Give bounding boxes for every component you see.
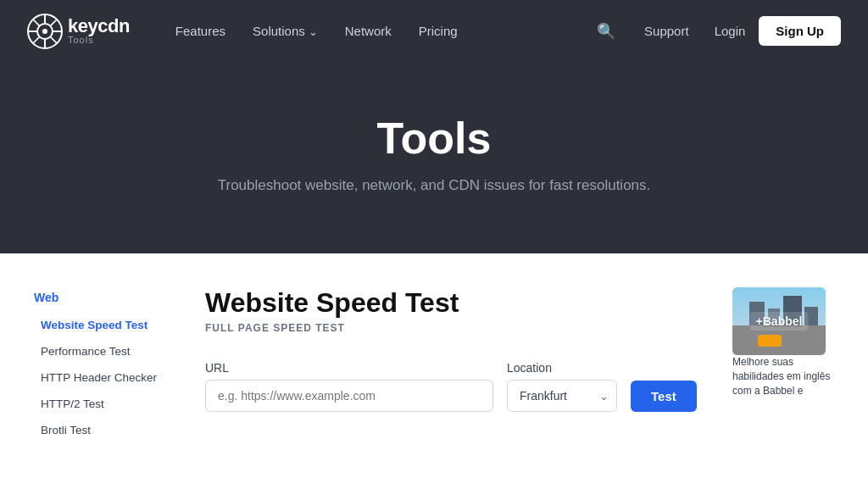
hero-section: Tools Troubleshoot website, network, and… [0, 62, 868, 253]
search-icon[interactable]: 🔍 [593, 19, 619, 44]
nav-pricing[interactable]: Pricing [407, 17, 470, 45]
ad-taxi [758, 335, 782, 347]
sidebar-item-website-speed-test[interactable]: Website Speed Test [34, 314, 178, 337]
ad-text: Melhore suas habilidades em inglês com a… [732, 355, 834, 397]
sidebar-section-label: Web [34, 291, 178, 304]
nav-solutions[interactable]: Solutions [241, 17, 330, 45]
logo-icon [27, 14, 63, 49]
tool-content: Website Speed Test FULL PAGE SPEED TEST … [178, 287, 732, 445]
sidebar-item-http2-test[interactable]: HTTP/2 Test [34, 393, 178, 416]
content-title: Website Speed Test [205, 287, 705, 319]
navbar: keycdn Tools Features Solutions Network … [0, 0, 868, 62]
logo-sub: Tools [68, 36, 130, 45]
svg-line-9 [50, 19, 57, 26]
svg-line-7 [33, 19, 40, 26]
hero-subtitle: Troubleshoot website, network, and CDN i… [17, 177, 851, 194]
sidebar-item-brotli-test[interactable]: Brotli Test [34, 420, 178, 442]
location-label: Location [507, 361, 617, 375]
ad-panel: +Babbel Melhore suas habilidades em ingl… [732, 287, 834, 445]
location-group: Location Frankfurt New York London Singa… [507, 361, 617, 412]
test-button[interactable]: Test [631, 381, 697, 412]
ad-label: +Babbel [750, 312, 809, 331]
nav-support[interactable]: Support [632, 17, 701, 45]
ad-image: +Babbel [732, 287, 826, 355]
sidebar-item-http-header-checker[interactable]: HTTP Header Checker [34, 367, 178, 390]
nav-network[interactable]: Network [333, 17, 403, 45]
nav-login-link[interactable]: Login [715, 24, 746, 38]
nav-right: 🔍 Support Login Sign Up [593, 16, 841, 46]
location-select-wrap: Frankfurt New York London Singapore Toky… [507, 380, 617, 412]
svg-line-10 [33, 36, 40, 43]
content-subtitle: FULL PAGE SPEED TEST [205, 322, 705, 334]
nav-features[interactable]: Features [164, 17, 237, 45]
test-form: URL Location Frankfurt New York London S… [205, 361, 705, 412]
location-select[interactable]: Frankfurt New York London Singapore Toky… [507, 380, 617, 412]
solutions-chevron-icon [309, 24, 318, 38]
sidebar-item-performance-test[interactable]: Performance Test [34, 341, 178, 364]
svg-point-2 [42, 29, 47, 34]
nav-links: Features Solutions Network Pricing [164, 17, 587, 45]
hero-title: Tools [17, 113, 851, 164]
logo-link[interactable]: keycdn Tools [27, 14, 130, 49]
url-group: URL [205, 361, 493, 412]
main-content: Web Website Speed Test Performance Test … [0, 253, 868, 478]
signup-button[interactable]: Sign Up [759, 16, 841, 46]
logo-name: keycdn [68, 17, 130, 36]
url-input[interactable] [205, 380, 493, 412]
svg-line-8 [50, 36, 57, 43]
url-label: URL [205, 361, 493, 375]
sidebar: Web Website Speed Test Performance Test … [34, 287, 178, 445]
